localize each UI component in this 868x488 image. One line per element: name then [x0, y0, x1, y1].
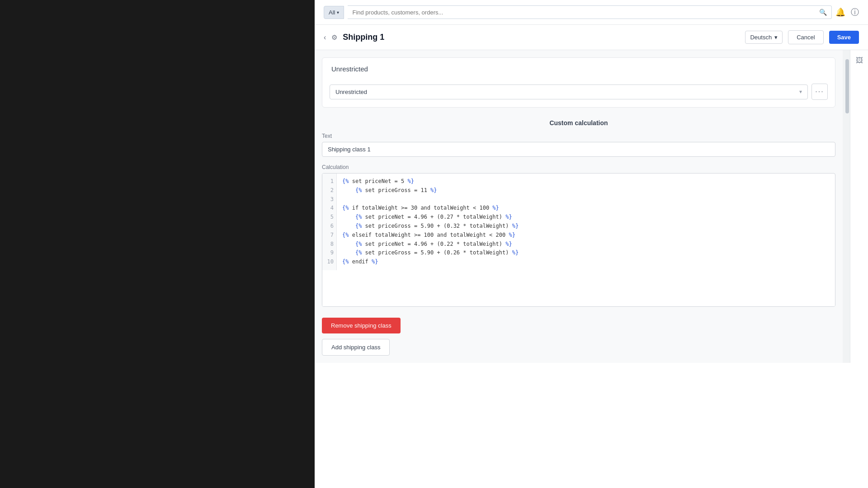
main-content: Unrestricted Unrestricted ▾ ··· Custom c…	[315, 50, 868, 363]
search-all-button[interactable]: All ▾	[324, 6, 344, 19]
save-button[interactable]: Save	[829, 31, 859, 44]
line-numbers: 1 2 3 4 5 6 7 8 9 10	[322, 174, 337, 270]
scrollbar[interactable]	[843, 50, 850, 363]
chevron-down-icon: ▾	[337, 10, 339, 15]
code-editor-empty-area	[322, 270, 835, 306]
code-editor[interactable]: 1 2 3 4 5 6 7 8 9 10 {% set priceN	[322, 173, 835, 307]
search-all-label: All	[329, 9, 335, 16]
action-buttons: Remove shipping class Add shipping class	[315, 314, 843, 363]
top-right-icons: 🔔 ⓘ	[835, 7, 859, 18]
chevron-down-icon: ▾	[799, 89, 802, 95]
remove-shipping-class-button[interactable]: Remove shipping class	[322, 318, 401, 333]
search-button[interactable]: 🔍	[815, 6, 831, 19]
unrestricted-dropdown[interactable]: Unrestricted ▾	[330, 84, 808, 99]
dropdown-value: Unrestricted	[335, 89, 367, 95]
unrestricted-section: Unrestricted Unrestricted ▾ ···	[322, 57, 835, 108]
text-field-input[interactable]	[322, 142, 835, 157]
add-shipping-class-button[interactable]: Add shipping class	[322, 339, 390, 356]
top-bar: All ▾ 🔍 🔔 ⓘ	[315, 0, 868, 25]
text-field-label: Text	[322, 133, 835, 139]
code-content[interactable]: {% set priceNet = 5 %} {% set priceGross…	[337, 174, 835, 270]
search-input[interactable]	[348, 6, 815, 19]
custom-calc-title: Custom calculation	[322, 115, 835, 133]
settings-button[interactable]: ⚙	[331, 33, 337, 42]
more-options-button[interactable]: ···	[811, 84, 828, 100]
scrollbar-thumb[interactable]	[845, 59, 849, 113]
search-input-wrap: 🔍	[348, 5, 832, 19]
cancel-button[interactable]: Cancel	[788, 30, 823, 44]
page-title: Shipping 1	[343, 33, 384, 42]
back-button[interactable]: ‹	[324, 33, 326, 42]
panel-image-icon[interactable]: 🖼	[853, 54, 866, 67]
help-icon[interactable]: ⓘ	[851, 7, 859, 18]
language-label: Deutsch	[750, 34, 772, 41]
language-select[interactable]: Deutsch ▾	[745, 31, 783, 44]
page-header: ‹ ⚙ Shipping 1 Deutsch ▾ Cancel Save	[315, 25, 868, 50]
notification-icon[interactable]: 🔔	[835, 7, 845, 17]
unrestricted-header: Unrestricted	[322, 58, 835, 80]
chevron-down-icon: ▾	[774, 34, 778, 41]
dropdown-row: Unrestricted ▾ ···	[322, 80, 835, 107]
calculation-field-label: Calculation	[322, 164, 835, 170]
custom-calculation-section: Custom calculation Text Calculation 1 2 …	[322, 115, 835, 307]
right-panel: 🖼	[850, 50, 868, 363]
content-panel: Unrestricted Unrestricted ▾ ··· Custom c…	[315, 50, 843, 363]
